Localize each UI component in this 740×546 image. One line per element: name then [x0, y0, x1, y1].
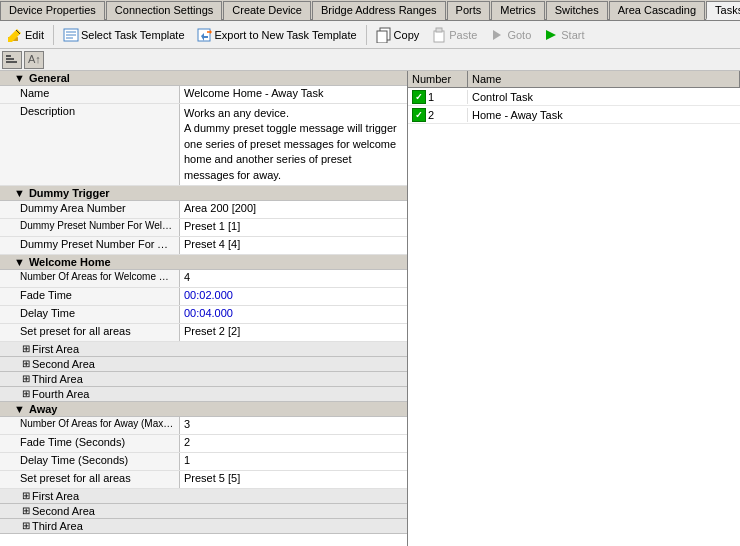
prop-fade-time-away-value[interactable]: 2: [180, 435, 407, 452]
prop-dummy-area-number-value[interactable]: Area 200 [200]: [180, 201, 407, 218]
toolbar-separator-2: [366, 25, 367, 45]
sub-second-area-welcome-label: Second Area: [32, 358, 95, 370]
prop-fade-time-welcome-label: Fade Time: [0, 288, 180, 305]
tab-metrics[interactable]: Metrics: [491, 1, 544, 20]
prop-delay-time-away-value[interactable]: 1: [180, 453, 407, 470]
prop-delay-time-welcome-label: Delay Time: [0, 306, 180, 323]
sub-fourth-area-welcome-label: Fourth Area: [32, 388, 89, 400]
check-icon-2: ✓: [415, 110, 423, 120]
prop-set-preset-welcome: Set preset for all areas Preset 2 [2]: [0, 324, 407, 342]
task-pane: Number Name ✓ 1 Control Task ✓ 2: [408, 71, 740, 546]
sub-first-area-away[interactable]: ⊞ First Area: [0, 489, 407, 504]
section-welcome-home[interactable]: ▼ Welcome Home: [0, 255, 407, 270]
prop-fade-time-welcome: Fade Time 00:02.000: [0, 288, 407, 306]
tab-ports[interactable]: Ports: [447, 1, 491, 20]
task-row-2-name: Home - Away Task: [468, 109, 740, 121]
prop-name: Name Welcome Home - Away Task: [0, 86, 407, 104]
prop-dummy-preset-away-value[interactable]: Preset 4 [4]: [180, 237, 407, 254]
sort-button-2[interactable]: A↑: [24, 51, 44, 69]
svg-rect-18: [6, 58, 14, 60]
sub-second-area-away[interactable]: ⊞ Second Area: [0, 504, 407, 519]
task-row-2-number: 2: [428, 109, 434, 121]
toolbar: Edit Select Task Template Export to New …: [0, 21, 740, 49]
copy-button[interactable]: Copy: [371, 24, 425, 46]
edit-button[interactable]: Edit: [2, 24, 49, 46]
tab-bridge-address-ranges[interactable]: Bridge Address Ranges: [312, 1, 446, 20]
task-row-1-checkbox[interactable]: ✓: [412, 90, 426, 104]
prop-set-preset-away-value[interactable]: Preset 5 [5]: [180, 471, 407, 488]
export-template-icon: [197, 27, 213, 43]
task-list-header: Number Name: [408, 71, 740, 88]
plus-icon-3: ⊞: [22, 373, 30, 384]
sub-third-area-welcome-label: Third Area: [32, 373, 83, 385]
prop-description-label: Description: [0, 104, 180, 185]
prop-num-areas-away-label: Number Of Areas for Away (Max 10): [0, 417, 180, 434]
prop-num-areas-away: Number Of Areas for Away (Max 10) 3: [0, 417, 407, 435]
section-welcome-home-expand: ▼: [14, 256, 25, 268]
plus-icon-2: ⊞: [22, 358, 30, 369]
sub-first-area-welcome[interactable]: ⊞ First Area: [0, 342, 407, 357]
paste-button[interactable]: Paste: [426, 24, 482, 46]
prop-delay-time-away: Delay Time (Seconds) 1: [0, 453, 407, 471]
goto-button[interactable]: Goto: [484, 24, 536, 46]
edit-icon: [7, 27, 23, 43]
property-grid: ▼ General Name Welcome Home - Away Task …: [0, 71, 408, 546]
prop-num-areas-away-value[interactable]: 3: [180, 417, 407, 434]
sort-button-1[interactable]: [2, 51, 22, 69]
prop-dummy-area-number-label: Dummy Area Number: [0, 201, 180, 218]
paste-icon: [431, 27, 447, 43]
select-template-label: Select Task Template: [81, 29, 185, 41]
section-away[interactable]: ▼ Away: [0, 402, 407, 417]
tab-create-device[interactable]: Create Device: [223, 1, 311, 20]
tab-device-properties[interactable]: Device Properties: [0, 1, 105, 20]
plus-icon-7: ⊞: [22, 520, 30, 531]
svg-rect-14: [436, 28, 442, 32]
sub-first-area-welcome-label: First Area: [32, 343, 79, 355]
sub-second-area-welcome[interactable]: ⊞ Second Area: [0, 357, 407, 372]
start-icon: [543, 27, 559, 43]
tab-connection-settings[interactable]: Connection Settings: [106, 1, 222, 20]
select-template-button[interactable]: Select Task Template: [58, 24, 190, 46]
main-layout: ▼ General Name Welcome Home - Away Task …: [0, 71, 740, 546]
task-row-2-check-cell: ✓ 2: [408, 108, 468, 122]
section-dummy-trigger[interactable]: ▼ Dummy Trigger: [0, 186, 407, 201]
task-row-1[interactable]: ✓ 1 Control Task: [408, 88, 740, 106]
task-row-1-number: 1: [428, 91, 434, 103]
start-button[interactable]: Start: [538, 24, 589, 46]
section-general[interactable]: ▼ General: [0, 71, 407, 86]
section-dummy-trigger-expand: ▼: [14, 187, 25, 199]
prop-description: Description Works an any device. A dummy…: [0, 104, 407, 186]
tab-tasks[interactable]: Tasks: [706, 1, 740, 20]
tab-switches[interactable]: Switches: [546, 1, 608, 20]
tab-area-cascading[interactable]: Area Cascading: [609, 1, 705, 20]
prop-dummy-preset-welcome-value[interactable]: Preset 1 [1]: [180, 219, 407, 236]
prop-delay-time-welcome-value[interactable]: 00:04.000: [180, 306, 407, 323]
prop-num-areas-welcome-value[interactable]: 4: [180, 270, 407, 287]
tab-bar: Device Properties Connection Settings Cr…: [0, 0, 740, 21]
task-row-2[interactable]: ✓ 2 Home - Away Task: [408, 106, 740, 124]
plus-icon-6: ⊞: [22, 505, 30, 516]
svg-marker-16: [546, 30, 556, 40]
prop-dummy-preset-away-label: Dummy Preset Number For Away: [0, 237, 180, 254]
plus-icon-5: ⊞: [22, 490, 30, 501]
sub-first-area-away-label: First Area: [32, 490, 79, 502]
sub-fourth-area-welcome[interactable]: ⊞ Fourth Area: [0, 387, 407, 402]
task-list: ✓ 1 Control Task ✓ 2 Home - Away Task: [408, 88, 740, 546]
sub-third-area-welcome[interactable]: ⊞ Third Area: [0, 372, 407, 387]
task-row-1-check-cell: ✓ 1: [408, 90, 468, 104]
prop-description-value[interactable]: Works an any device. A dummy preset togg…: [180, 104, 407, 185]
sub-third-area-away[interactable]: ⊞ Third Area: [0, 519, 407, 534]
prop-fade-time-welcome-value[interactable]: 00:02.000: [180, 288, 407, 305]
goto-icon: [489, 27, 505, 43]
prop-delay-time-welcome: Delay Time 00:04.000: [0, 306, 407, 324]
task-row-2-checkbox[interactable]: ✓: [412, 108, 426, 122]
svg-marker-15: [493, 30, 501, 40]
export-template-button[interactable]: Export to New Task Template: [192, 24, 362, 46]
prop-dummy-preset-welcome-label: Dummy Preset Number For Welcom...: [0, 219, 180, 236]
prop-fade-time-away: Fade Time (Seconds) 2: [0, 435, 407, 453]
plus-icon-1: ⊞: [22, 343, 30, 354]
prop-set-preset-welcome-value[interactable]: Preset 2 [2]: [180, 324, 407, 341]
toolbar-separator-1: [53, 25, 54, 45]
edit-label: Edit: [25, 29, 44, 41]
prop-name-value[interactable]: Welcome Home - Away Task: [180, 86, 407, 103]
